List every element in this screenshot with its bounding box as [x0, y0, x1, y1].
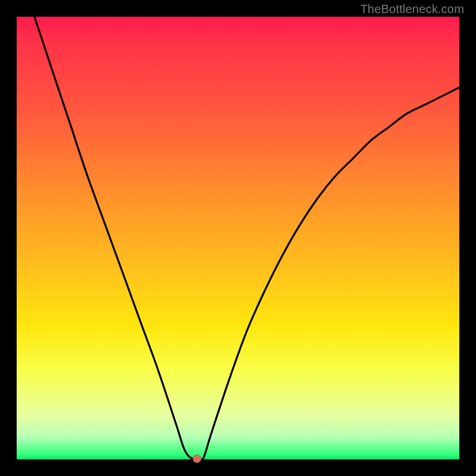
watermark-text: TheBottleneck.com — [360, 2, 464, 16]
chart-frame: TheBottleneck.com — [0, 0, 476, 476]
minimum-marker — [193, 455, 201, 463]
bottleneck-curve — [17, 17, 459, 459]
plot-area — [17, 17, 459, 459]
